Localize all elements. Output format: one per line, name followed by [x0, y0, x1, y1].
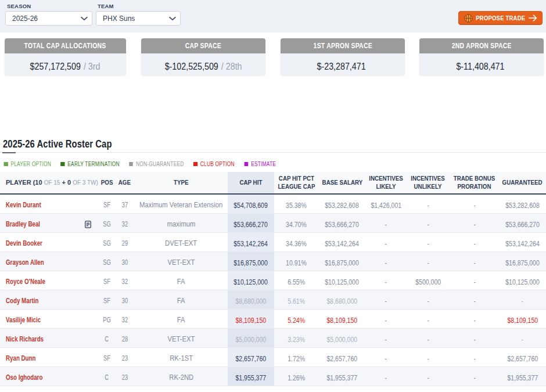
- incentives-likely-cell: $1,426,001: [366, 194, 406, 213]
- cap-hit-pct-cell: 35.38%: [274, 194, 318, 213]
- guaranteed-cell: $1,955,377: [499, 366, 546, 386]
- incentives-unlikely-cell: $500,000: [406, 271, 450, 290]
- cap-hit-cell: $10,125,000: [228, 271, 274, 290]
- age-cell: 30: [114, 251, 135, 271]
- card-total-cap-allocations-title-bar: TOTAL CAP ALLOCATIONS: [5, 38, 126, 53]
- trade-bonus-cell: -: [450, 366, 499, 386]
- card-total-cap-allocations-value-wrap: $257,172,509/ 3rd: [30, 61, 100, 73]
- pos-cell: PG: [99, 309, 114, 328]
- player-name-link[interactable]: Grayson Allen: [6, 258, 44, 267]
- player-name-link[interactable]: Oso Ighodaro: [6, 373, 42, 382]
- pos-cell: C: [99, 366, 114, 386]
- col-header-trade-bonus[interactable]: TRADE BONUS PRORATION: [450, 172, 499, 194]
- trade-bonus-cell: -: [450, 194, 499, 213]
- trade-bonus-cell: -: [450, 309, 499, 328]
- player-name-link[interactable]: Bradley Beal: [6, 220, 40, 228]
- contract-note-icon-wrap[interactable]: [85, 221, 91, 228]
- incentives-unlikely-cell: -: [406, 366, 450, 386]
- contract-legend: PLAYER OPTION EARLY TERMINATION NON-GUAR…: [0, 153, 448, 168]
- player-cell: Kevin Durant: [0, 194, 99, 213]
- legend-non-guaranteed: NON-GUARANTEED: [129, 160, 184, 168]
- season-select[interactable]: 2025-26: [5, 11, 92, 26]
- incentives-unlikely-cell: -: [406, 232, 450, 251]
- cap-hit-pct-cell: 5.61%: [274, 290, 318, 309]
- col-header-pos[interactable]: POS: [99, 172, 114, 194]
- player-cell: Ryan Dunn: [0, 347, 99, 366]
- player-name-link[interactable]: Royce O'Neale: [6, 278, 45, 286]
- player-name-link[interactable]: Kevin Durant: [6, 201, 41, 209]
- col-header-player[interactable]: PLAYER (10 OF 15 + 0 OF 3 TW): [0, 172, 99, 194]
- cap-hit-pct-cell: 34.70%: [274, 213, 318, 232]
- base-salary-cell: $8,680,000: [318, 290, 366, 309]
- player-name-link[interactable]: Devin Booker: [6, 239, 42, 247]
- arrow-right-icon: [528, 14, 538, 22]
- player-cell: Cody Martin: [0, 290, 99, 309]
- section-title: 2025-26 Active Roster Cap: [3, 138, 426, 150]
- base-salary-cell: $16,875,000: [318, 251, 366, 271]
- contract-type-cell: maximum: [135, 213, 228, 232]
- base-salary-cell: $5,000,000: [318, 328, 366, 347]
- player-name-link[interactable]: Nick Richards: [6, 335, 44, 343]
- player-cell: Oso Ighodaro: [0, 366, 99, 386]
- cap-hit-cell: $2,657,760: [228, 347, 274, 366]
- pos-cell: SF: [99, 290, 114, 309]
- legend-club-option-label: CLUB OPTION: [200, 161, 235, 167]
- age-cell: 23: [114, 347, 135, 366]
- pos-cell: SF: [99, 347, 114, 366]
- player-name-link[interactable]: Ryan Dunn: [6, 354, 35, 362]
- propose-trade-button[interactable]: PROPOSE TRADE: [458, 11, 543, 25]
- col-header-cap-hit-pct[interactable]: CAP HIT PCT LEAGUE CAP: [274, 172, 318, 194]
- player-cell: Royce O'Neale: [0, 271, 99, 290]
- incentives-likely-cell: -: [366, 328, 406, 347]
- player-name-link[interactable]: Vasilije Micic: [6, 316, 41, 324]
- base-salary-cell: $2,657,760: [318, 347, 366, 366]
- age-cell: 28: [114, 328, 135, 347]
- age-cell: 32: [114, 271, 135, 290]
- card-cap-space-value-wrap: $-102,525,509/ 28th: [165, 61, 242, 73]
- base-salary-cell: $1,955,377: [318, 366, 366, 386]
- pos-cell: SF: [99, 194, 114, 213]
- card-first-apron-space-body: $-23,287,471: [281, 53, 405, 75]
- card-cap-space-body: $-102,525,509/ 28th: [141, 53, 265, 75]
- card-second-apron-space-title-bar: 2ND APRON SPACE: [419, 38, 544, 53]
- card-first-apron-space-title: 1ST APRON SPACE: [313, 42, 372, 50]
- cap-hit-pct-cell: 10.91%: [274, 251, 318, 271]
- incentives-unlikely-cell: -: [406, 309, 450, 328]
- cap-hit-cell: $8,109,150: [228, 309, 274, 328]
- trade-bonus-cell: -: [450, 232, 499, 251]
- contract-note-icon[interactable]: [85, 221, 91, 228]
- team-label: TEAM: [98, 3, 181, 9]
- legend-player-option-swatch: [4, 162, 8, 166]
- legend-early-termination-swatch: [60, 162, 64, 166]
- pos-cell: SF: [99, 271, 114, 290]
- cap-hit-pct-cell: 34.36%: [274, 232, 318, 251]
- trade-bonus-cell: -: [450, 290, 499, 309]
- contract-type-cell: VET-EXT: [135, 328, 228, 347]
- player-cell: Bradley Beal: [0, 213, 99, 232]
- player-name-link[interactable]: Cody Martin: [6, 297, 38, 305]
- legend-player-option-label: PLAYER OPTION: [10, 161, 51, 167]
- cap-hit-cell: $53,666,270: [228, 213, 274, 232]
- age-cell: 29: [114, 232, 135, 251]
- base-salary-cell: $10,125,000: [318, 271, 366, 290]
- player-row: Bradley Beal SG 32 maximum $53,666,270 3…: [0, 213, 546, 232]
- col-header-age[interactable]: AGE: [114, 172, 135, 194]
- col-header-base-salary[interactable]: BASE SALARY: [318, 172, 366, 194]
- col-header-incentives-likely[interactable]: INCENTIVES LIKELY: [366, 172, 406, 194]
- cap-hit-pct-cell: 1.72%: [274, 347, 318, 366]
- incentives-likely-cell: -: [366, 271, 406, 290]
- guaranteed-cell: $53,282,608: [499, 194, 546, 213]
- incentives-likely-cell: -: [366, 290, 406, 309]
- col-header-incentives-unlikely[interactable]: INCENTIVES UNLIKELY: [406, 172, 450, 194]
- incentives-likely-cell: -: [366, 213, 406, 232]
- col-header-type[interactable]: TYPE: [135, 172, 228, 194]
- guaranteed-cell: $53,142,264: [499, 232, 546, 251]
- col-header-guaranteed[interactable]: GUARANTEED: [499, 172, 546, 194]
- cap-hit-pct-cell: 5.24%: [274, 309, 318, 328]
- card-cap-space-title: CAP SPACE: [185, 42, 221, 50]
- guaranteed-cell: $2,657,760: [499, 347, 546, 366]
- col-header-cap-hit[interactable]: CAP HIT: [228, 172, 274, 194]
- team-select[interactable]: PHX Suns: [96, 11, 181, 26]
- player-cell: Devin Booker: [0, 232, 99, 251]
- player-row: Devin Booker SG 29 DVET-EXT $53,142,264 …: [0, 232, 546, 251]
